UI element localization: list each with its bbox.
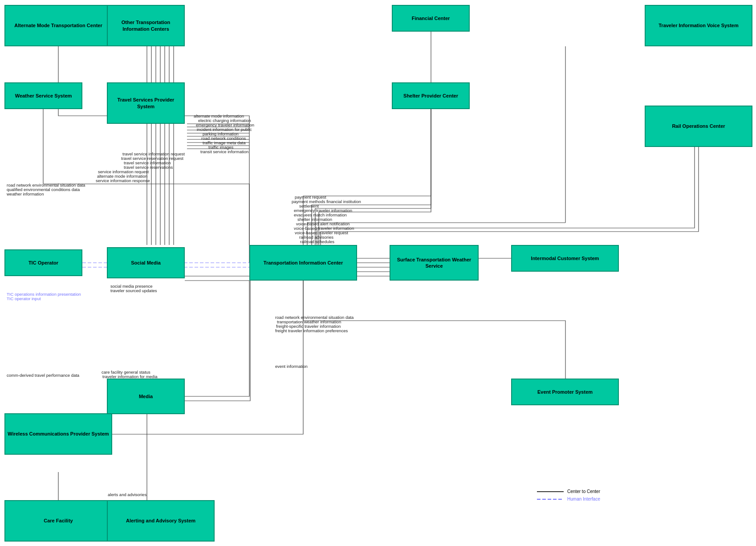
tic-operator-node: TIC Operator	[4, 249, 82, 276]
other-transportation-node: Other Transportation Information Centers	[107, 5, 185, 46]
legend-human-interface: Human Interface	[537, 497, 600, 501]
flow-label-comm-travel: comm-derived travel performance data	[7, 373, 79, 378]
alternate-mode-node: Alternate Mode Transportation Center	[4, 5, 112, 46]
flow-label-tic-input: TIC operator input	[7, 296, 41, 301]
legend-center-to-center: Center to Center	[537, 489, 600, 494]
wireless-comm-node: Wireless Communications Provider System	[4, 413, 112, 455]
flow-label-alerts: alerts and advisories	[108, 492, 146, 497]
flow-label-railroad-sched: railroad schedules	[300, 239, 334, 244]
tic-node: Transportation Information Center	[249, 245, 357, 281]
legend-human-label: Human Interface	[567, 497, 600, 501]
flow-label-transit: transit service information	[200, 149, 248, 154]
intermodal-customer-node: Intermodal Customer System	[511, 245, 619, 272]
rail-operations-node: Rail Operations Center	[645, 106, 752, 147]
flow-label-traveler-sourced: traveler sourced updates	[110, 288, 157, 293]
travel-services-node: Travel Services Provider System	[107, 82, 185, 124]
weather-service-node: Weather Service System	[4, 82, 82, 109]
alerting-advisory-node: Alerting and Advisory System	[107, 500, 215, 542]
financial-center-node: Financial Center	[392, 5, 470, 32]
event-promoter-node: Event Promoter System	[511, 379, 619, 405]
shelter-provider-node: Shelter Provider Center	[392, 82, 470, 109]
traveler-voice-node: Traveler Information Voice System	[645, 5, 752, 46]
flow-label-weather: weather information	[7, 192, 44, 196]
care-facility-node: Care Facility	[4, 500, 112, 542]
media-node: Media	[107, 379, 185, 414]
social-media-node: Social Media	[107, 247, 185, 278]
flow-label-service-resp: service information response	[96, 178, 150, 183]
legend-center-label: Center to Center	[567, 489, 600, 494]
surface-transport-weather-node: Surface Transportation Weather Service	[390, 245, 479, 281]
flow-label-trav-media: traveler information for media	[102, 374, 158, 379]
flow-label-freight-pref: freight traveler information preferences	[275, 328, 348, 333]
legend: Center to Center Human Interface	[537, 489, 600, 501]
flow-label-event-info: event information	[275, 364, 308, 369]
